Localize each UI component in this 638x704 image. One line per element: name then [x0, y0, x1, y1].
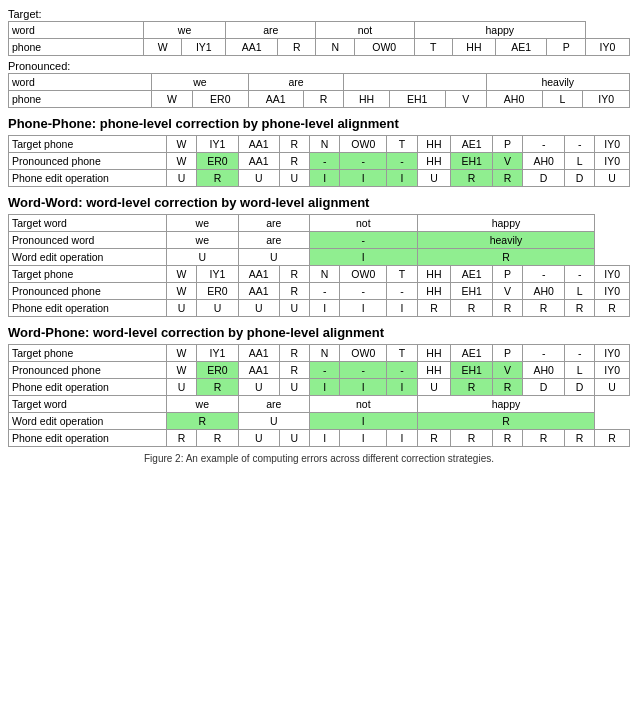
tp-T: T — [414, 39, 453, 56]
tw-not: not — [316, 22, 414, 39]
wp-target-phone-row: Target phone W IY1 AA1 R N OW0 T HH AE1 … — [9, 345, 630, 362]
ww-target-phone-label: Target phone — [9, 266, 167, 283]
ww-target-phone-row: Target phone W IY1 AA1 R N OW0 T HH AE1 … — [9, 266, 630, 283]
wp-phone-edit-row: Phone edit operation U R U U I I I U R R… — [9, 379, 630, 396]
tp-HH: HH — [453, 39, 496, 56]
phone-label: phone — [9, 39, 144, 56]
target-table: word we are not happy phone W IY1 AA1 R … — [8, 21, 630, 56]
target-phone-row: phone W IY1 AA1 R N OW0 T HH AE1 P IY0 — [9, 39, 630, 56]
target-word-row: word we are not happy — [9, 22, 630, 39]
word-phone-section: Word-Phone: word-level correction by pho… — [8, 325, 630, 447]
top-section: Target: word we are not happy phone W IY… — [8, 8, 630, 108]
pp-AA1: AA1 — [248, 91, 303, 108]
ww-phone-edit-row: Phone edit operation U U U U I I I R R R… — [9, 300, 630, 317]
tp-N: N — [316, 39, 355, 56]
pp-W: W — [151, 91, 192, 108]
pp-R: R — [303, 91, 344, 108]
word-phone-table: Target phone W IY1 AA1 R N OW0 T HH AE1 … — [8, 344, 630, 447]
pp-ER0: ER0 — [192, 91, 248, 108]
pp-HH: HH — [344, 91, 389, 108]
pronounced-phone-row: phone W ER0 AA1 R HH EH1 V AH0 L IY0 — [9, 91, 630, 108]
pp-target-row: Target phone W IY1 AA1 R N OW0 T HH AE1 … — [9, 136, 630, 153]
pp-edit-label: Phone edit operation — [9, 170, 167, 187]
pp-pronounced-row: Pronounced phone W ER0 AA1 R - - - HH EH… — [9, 153, 630, 170]
ww-pronounced-word-row: Pronounced word we are - heavily — [9, 232, 630, 249]
ww-word-edit-label: Word edit operation — [9, 249, 167, 266]
word-label: word — [9, 22, 144, 39]
pronounced-word-row: word we are heavily — [9, 74, 630, 91]
ww-target-word-row: Target word we are not happy — [9, 215, 630, 232]
pphone-label: phone — [9, 91, 152, 108]
wp-phone-edit-label: Phone edit operation — [9, 379, 167, 396]
pp-edit-row: Phone edit operation U R U U I I I U R R… — [9, 170, 630, 187]
pw-empty — [344, 74, 486, 91]
tp-OW0: OW0 — [354, 39, 414, 56]
tp-AA1: AA1 — [226, 39, 278, 56]
pp-L: L — [542, 91, 583, 108]
pw-we: we — [151, 74, 248, 91]
tp-IY1: IY1 — [182, 39, 226, 56]
ww-pronounced-word-label: Pronounced word — [9, 232, 167, 249]
pw-heavily: heavily — [486, 74, 629, 91]
pp-V: V — [445, 91, 486, 108]
word-word-section: Word-Word: word-level correction by word… — [8, 195, 630, 317]
tp-IY0: IY0 — [586, 39, 630, 56]
pw-are: are — [248, 74, 344, 91]
pp-target-label: Target phone — [9, 136, 167, 153]
wp-pronounced-phone-label: Pronounced phone — [9, 362, 167, 379]
ww-word-edit-row: Word edit operation U U I R — [9, 249, 630, 266]
pword-label: word — [9, 74, 152, 91]
wp-target-word-row: Target word we are not happy — [9, 396, 630, 413]
figure-caption: Figure 2: An example of computing errors… — [8, 453, 630, 464]
wp-phone-edit-row2: Phone edit operation R R U U I I I R R R… — [9, 430, 630, 447]
wp-phone-edit-label2: Phone edit operation — [9, 430, 167, 447]
ww-pronounced-phone-row: Pronounced phone W ER0 AA1 R - - - HH EH… — [9, 283, 630, 300]
pronounced-label: Pronounced: — [8, 60, 630, 72]
word-word-heading: Word-Word: word-level correction by word… — [8, 195, 630, 210]
wp-target-phone-label: Target phone — [9, 345, 167, 362]
pronounced-table: word we are heavily phone W ER0 AA1 R HH… — [8, 73, 630, 108]
wp-word-edit-row: Word edit operation R U I R — [9, 413, 630, 430]
ww-pronounced-phone-label: Pronounced phone — [9, 283, 167, 300]
pp-pronounced-label: Pronounced phone — [9, 153, 167, 170]
pp-EH1: EH1 — [389, 91, 445, 108]
phone-phone-table: Target phone W IY1 AA1 R N OW0 T HH AE1 … — [8, 135, 630, 187]
ww-target-word-label: Target word — [9, 215, 167, 232]
target-label: Target: — [8, 8, 630, 20]
word-phone-heading: Word-Phone: word-level correction by pho… — [8, 325, 630, 340]
wp-word-edit-label: Word edit operation — [9, 413, 167, 430]
tw-happy: happy — [414, 22, 585, 39]
ww-phone-edit-label: Phone edit operation — [9, 300, 167, 317]
tp-P: P — [547, 39, 586, 56]
pp-AH0: AH0 — [486, 91, 542, 108]
phone-phone-section: Phone-Phone: phone-level correction by p… — [8, 116, 630, 187]
tp-AE1: AE1 — [495, 39, 547, 56]
tw-are: are — [226, 22, 316, 39]
phone-phone-heading: Phone-Phone: phone-level correction by p… — [8, 116, 630, 131]
tp-R: R — [277, 39, 316, 56]
wp-target-word-label: Target word — [9, 396, 167, 413]
pp-IY0: IY0 — [583, 91, 630, 108]
tp-W: W — [143, 39, 182, 56]
wp-pronounced-phone-row: Pronounced phone W ER0 AA1 R - - - HH EH… — [9, 362, 630, 379]
tw-we: we — [143, 22, 225, 39]
word-word-table: Target word we are not happy Pronounced … — [8, 214, 630, 317]
